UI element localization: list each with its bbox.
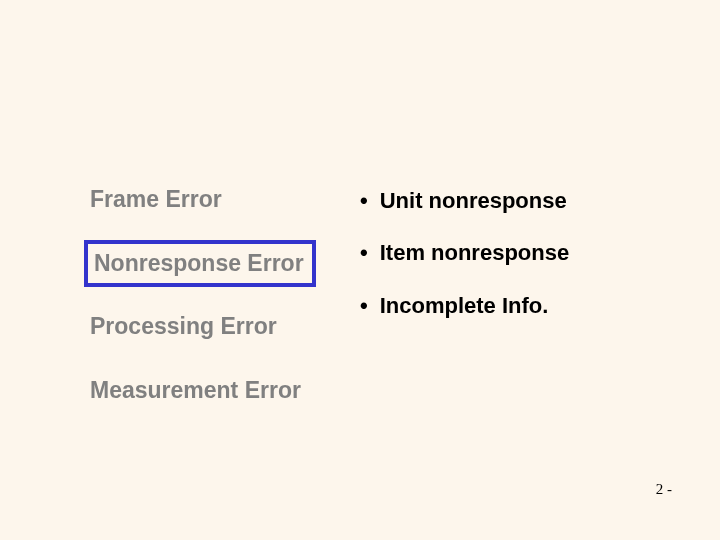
right-column: • Unit nonresponse • Item nonresponse • … <box>360 186 650 440</box>
error-type-processing: Processing Error <box>90 313 360 341</box>
error-type-measurement: Measurement Error <box>90 377 360 405</box>
bullet-icon: • <box>360 293 368 319</box>
error-type-nonresponse-highlighted: Nonresponse Error <box>84 240 316 288</box>
page-number: 2 - <box>656 481 672 498</box>
bullet-text: Incomplete Info. <box>380 293 549 319</box>
bullet-icon: • <box>360 188 368 214</box>
bullet-icon: • <box>360 240 368 266</box>
left-column: Frame Error Nonresponse Error Processing… <box>90 186 360 440</box>
bullet-item-unit: • Unit nonresponse <box>360 188 650 214</box>
bullet-item-incomplete: • Incomplete Info. <box>360 293 650 319</box>
bullet-text: Unit nonresponse <box>380 188 567 214</box>
bullet-item-item: • Item nonresponse <box>360 240 650 266</box>
content-columns: Frame Error Nonresponse Error Processing… <box>90 186 650 440</box>
error-type-frame: Frame Error <box>90 186 360 214</box>
bullet-text: Item nonresponse <box>380 240 569 266</box>
